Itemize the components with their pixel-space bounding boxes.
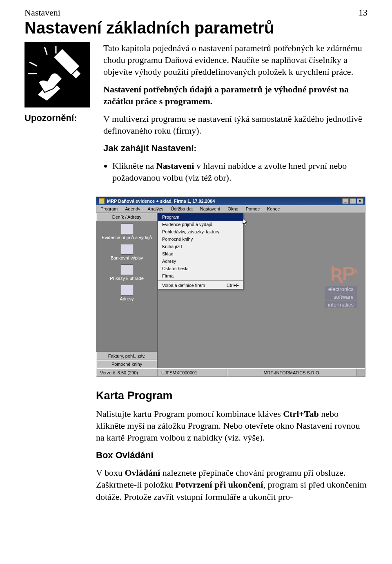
app-screenshot: MRP Daňová evidence + sklad, Firma 1, 17… <box>96 197 365 377</box>
dropdown-item-pohledavky[interactable]: Pohledávky, závazky, faktury <box>158 228 243 235</box>
document-icon <box>121 224 133 234</box>
running-header: Nastavení 13 <box>24 7 368 18</box>
sidebar-item-evidence[interactable]: Evidence příjmů a výdajů <box>96 221 157 242</box>
dropdown-item-ostatni[interactable]: Ostatní hesla <box>158 265 243 272</box>
dropdown-item-adresy[interactable]: Adresy <box>158 257 243 265</box>
menu-analyzy[interactable]: Analýzy <box>148 206 164 211</box>
karta-program-p1: Nalistujte kartu Program pomocí kombinac… <box>96 408 368 443</box>
sidebar-tab-faktury[interactable]: Faktury, pohl., záv. <box>96 352 157 360</box>
close-button[interactable]: × <box>357 198 363 204</box>
maximize-button[interactable]: □ <box>350 198 356 204</box>
subhead-box-ovladani: Box Ovládání <box>96 449 368 461</box>
menu-pomoc[interactable]: Pomoc <box>246 206 260 211</box>
sidebar-tab-denik[interactable]: Deník / Adresy <box>96 213 157 221</box>
app-icon <box>99 198 105 204</box>
menu-nastaveni[interactable]: Nastavení <box>200 206 220 211</box>
status-version: Verze č. 3.50 (290) <box>96 369 158 377</box>
box-ovladani-p: V boxu Ovládání naleznete přepínače chov… <box>96 467 368 502</box>
status-code: UJFSMXE000001 <box>158 369 227 377</box>
hand-tool-icon <box>24 42 90 107</box>
warning-label: Upozornění: <box>24 113 96 191</box>
dropdown-item-evidence[interactable]: Evidence příjmů a výdajů <box>158 221 243 228</box>
dropdown-item-knihajizd[interactable]: Kniha jízd <box>158 243 243 250</box>
warning-text: V multiverzi programu se nastavení týká … <box>103 113 368 137</box>
document-icon <box>121 244 133 255</box>
document-icon <box>121 264 133 275</box>
document-icon <box>121 285 133 295</box>
sidebar: Deník / Adresy Evidence příjmů a výdajů … <box>96 213 158 368</box>
sidebar-item-prikazy[interactable]: Příkazy k úhradě <box>96 262 157 282</box>
menu-agendy[interactable]: Agendy <box>125 206 140 211</box>
intro-paragraph-1: Tato kapitola pojednává o nastavení para… <box>103 42 368 78</box>
page-title: Nastavení základních parametrů <box>24 19 368 37</box>
dropdown-item-pomocne[interactable]: Pomocné knihy <box>158 235 243 243</box>
dropdown-item-firma[interactable]: Firma <box>158 272 243 280</box>
sidebar-item-bankovni[interactable]: Bankovní výpisy <box>96 242 157 262</box>
status-company: MRP-INFORMATICS S.R.O. <box>227 369 357 377</box>
section-title-karta-program: Karta Program <box>96 389 368 402</box>
window-title: MRP Daňová evidence + sklad, Firma 1, 17… <box>107 199 215 204</box>
resize-grip-icon <box>357 369 365 377</box>
howto-heading: Jak zahájit Nastavení: <box>103 142 368 154</box>
sidebar-tab-pomocne[interactable]: Pomocné knihy <box>96 360 157 368</box>
header-left: Nastavení <box>24 7 60 18</box>
chapter-icon <box>24 42 96 113</box>
menu-konec[interactable]: Konec <box>267 206 280 211</box>
howto-bullet: Klikněte na Nastavení v hlavní nabídce a… <box>112 160 368 184</box>
window-titlebar: MRP Daňová evidence + sklad, Firma 1, 17… <box>96 197 365 205</box>
brand-logo: ƦP® <box>325 262 357 285</box>
dropdown-item-program[interactable]: Program <box>158 213 243 221</box>
page-number: 13 <box>359 7 368 18</box>
dropdown-item-sklad[interactable]: Sklad <box>158 250 243 257</box>
minimize-button[interactable]: _ <box>342 198 349 204</box>
menu-program[interactable]: Program <box>100 206 118 211</box>
statusbar: Verze č. 3.50 (290) UJFSMXE000001 MRP-IN… <box>96 368 365 377</box>
dropdown-separator <box>158 280 243 281</box>
intro-paragraph-2: Nastavení potřebných údajů a parametrů j… <box>103 83 368 107</box>
menubar: Program Agendy Analýzy Údržba dat Nastav… <box>96 205 365 213</box>
menu-udrzba[interactable]: Údržba dat <box>171 206 193 211</box>
brand-watermark: ƦP® electronics software informatics <box>325 262 357 308</box>
sidebar-item-adresy[interactable]: Adresy <box>96 282 157 303</box>
nastaveni-dropdown: Program Evidence příjmů a výdajů Pohledá… <box>158 213 243 289</box>
dropdown-item-volba[interactable]: Volba a definice firem Ctrl+F <box>158 282 243 289</box>
menu-okno[interactable]: Okno <box>227 206 238 211</box>
mouse-cursor-icon <box>243 218 248 226</box>
